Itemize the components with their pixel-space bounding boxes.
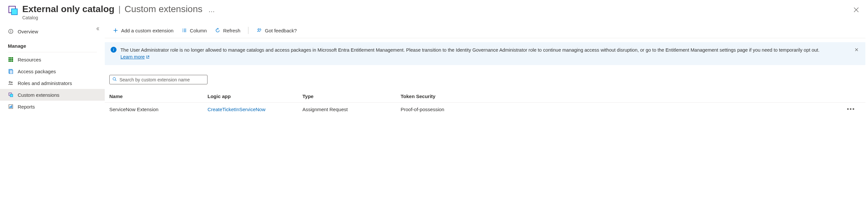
- svg-rect-11: [8, 61, 10, 62]
- plus-icon: [113, 28, 119, 33]
- svg-rect-6: [10, 57, 11, 59]
- svg-line-33: [115, 80, 116, 81]
- page-title-strong: External only catalog: [22, 4, 115, 14]
- column-header-type[interactable]: Type: [303, 94, 401, 99]
- toolbar-label: Got feedback?: [265, 28, 297, 33]
- search-icon: [112, 77, 117, 82]
- columns-icon: [181, 28, 187, 33]
- sidebar-item-label: Access packages: [18, 69, 56, 74]
- sidebar-item-label: Resources: [18, 57, 41, 63]
- svg-point-16: [9, 81, 10, 83]
- cell-logic-app-link[interactable]: CreateTicketInServiceNow: [208, 107, 303, 112]
- banner-text: The User Administrator role is no longer…: [120, 47, 850, 61]
- toolbar-separator: [248, 27, 248, 34]
- svg-point-32: [113, 77, 116, 80]
- svg-rect-4: [10, 31, 11, 33]
- toolbar: Add a custom extension Column: [105, 23, 865, 38]
- banner-message: The User Administrator role is no longer…: [120, 47, 819, 52]
- package-icon: [8, 68, 14, 74]
- sidebar-item-label: Reports: [18, 104, 35, 110]
- feedback-icon: [256, 28, 262, 33]
- column-header-logic-app[interactable]: Logic app: [208, 94, 303, 99]
- column-button[interactable]: Column: [178, 26, 210, 35]
- svg-rect-12: [10, 61, 11, 62]
- external-link-icon: [146, 55, 150, 59]
- toolbar-label: Add a custom extension: [121, 28, 174, 33]
- sidebar-item-custom-extensions[interactable]: Custom extensions: [0, 89, 105, 101]
- svg-rect-10: [12, 59, 13, 60]
- column-header-name[interactable]: Name: [109, 94, 208, 99]
- info-banner: i The User Administrator role is no long…: [105, 42, 865, 65]
- row-more-button[interactable]: •••: [841, 106, 861, 113]
- cell-type: Assignment Request: [303, 107, 401, 112]
- svg-rect-21: [9, 107, 10, 108]
- page-subtitle: Catalog: [22, 15, 216, 20]
- grid-icon: [8, 57, 14, 63]
- svg-rect-1: [11, 9, 17, 15]
- sidebar-item-label: Overview: [18, 29, 38, 34]
- close-button[interactable]: [852, 6, 860, 14]
- svg-rect-8: [8, 59, 10, 60]
- sidebar-item-access-packages[interactable]: Access packages: [0, 65, 105, 77]
- sidebar-item-resources[interactable]: Resources: [0, 53, 105, 65]
- svg-rect-7: [12, 57, 13, 59]
- svg-point-30: [258, 29, 259, 30]
- extensions-table: Name Logic app Type Token Security Servi…: [105, 90, 865, 116]
- reports-icon: [8, 104, 14, 110]
- people-icon: [8, 80, 14, 86]
- catalog-icon: [8, 5, 18, 16]
- toolbar-label: Column: [190, 28, 207, 33]
- svg-rect-13: [12, 61, 13, 62]
- page-header: External only catalog | Custom extension…: [0, 0, 868, 23]
- column-header-token-security[interactable]: Token Security: [401, 94, 841, 99]
- sidebar-section-manage: Manage: [0, 37, 105, 51]
- sidebar-item-roles[interactable]: Roles and administrators: [0, 77, 105, 89]
- info-icon: [8, 29, 14, 34]
- svg-rect-5: [8, 57, 10, 59]
- sidebar: Overview Manage Resources Access: [0, 23, 105, 221]
- search-box[interactable]: [109, 75, 208, 84]
- svg-rect-22: [10, 106, 11, 108]
- sidebar-item-overview[interactable]: Overview: [0, 26, 105, 37]
- sidebar-item-label: Roles and administrators: [18, 80, 72, 86]
- collapse-sidebar-button[interactable]: [94, 25, 101, 33]
- info-icon: i: [111, 47, 117, 52]
- banner-learn-more-link[interactable]: Learn more: [120, 53, 150, 61]
- toolbar-label: Refresh: [223, 28, 241, 33]
- cell-name: ServiceNow Extension: [109, 107, 208, 112]
- refresh-button[interactable]: Refresh: [211, 26, 244, 35]
- sidebar-divider: [8, 52, 97, 52]
- title-separator: |: [119, 4, 121, 14]
- title-more-button[interactable]: …: [209, 6, 216, 14]
- sidebar-item-label: Custom extensions: [18, 92, 60, 98]
- refresh-icon: [215, 28, 221, 33]
- svg-rect-19: [10, 94, 13, 97]
- banner-close-button[interactable]: [854, 47, 860, 52]
- banner-link-label: Learn more: [120, 53, 145, 61]
- extension-icon: [8, 92, 14, 98]
- svg-point-17: [11, 82, 12, 83]
- search-input[interactable]: [120, 77, 205, 82]
- table-header-row: Name Logic app Type Token Security: [105, 90, 865, 103]
- cell-token-security: Proof-of-possession: [401, 107, 841, 112]
- svg-point-3: [10, 30, 11, 31]
- svg-rect-23: [11, 105, 12, 108]
- svg-rect-9: [10, 59, 11, 60]
- main-content: Add a custom extension Column: [105, 23, 868, 221]
- add-extension-button[interactable]: Add a custom extension: [109, 26, 177, 35]
- page-title-light: Custom extensions: [124, 4, 202, 14]
- svg-point-31: [260, 31, 260, 31]
- feedback-button[interactable]: Got feedback?: [253, 26, 300, 35]
- svg-rect-15: [9, 70, 13, 74]
- table-row[interactable]: ServiceNow Extension CreateTicketInServi…: [105, 103, 865, 116]
- sidebar-item-reports[interactable]: Reports: [0, 101, 105, 112]
